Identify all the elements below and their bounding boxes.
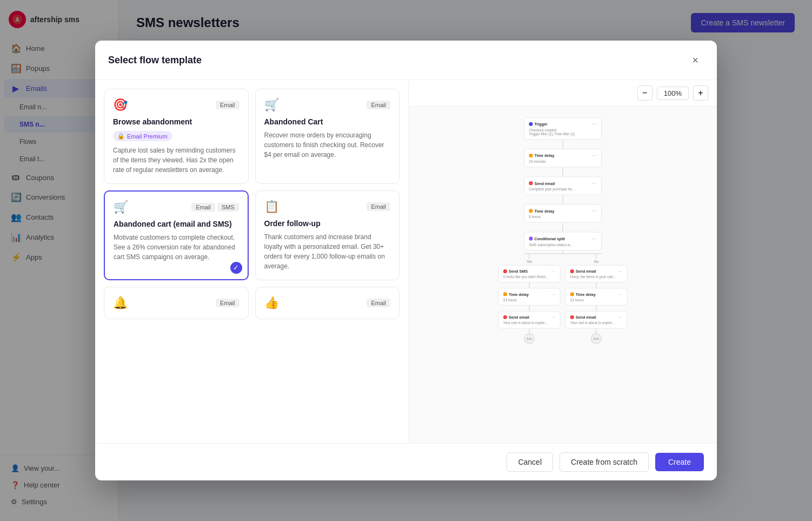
delay-yes-dot	[503, 292, 507, 296]
flow-node-send-sms: Send SMS ··· It looks like you didn't fi…	[498, 265, 560, 282]
card-header: 🎯 Email	[113, 98, 239, 112]
split-menu: ···	[592, 235, 596, 242]
flow-node-delay1: Time delay ··· 20 minutes	[524, 149, 602, 167]
card-desc-abandoned-cart: Recover more orders by encouraging custo…	[264, 130, 391, 160]
no-branch: No Send email ···	[565, 253, 627, 344]
email-no-menu: ···	[618, 268, 622, 274]
modal: Select flow template × 🎯 Email Browse ab…	[95, 41, 717, 480]
modal-body: 🎯 Email Browse abandonment 🔒 Email Premi…	[95, 80, 717, 443]
no-label: No	[594, 260, 598, 263]
card-title-order-followup: Order follow-up	[264, 219, 391, 228]
yes-conn1	[529, 282, 529, 288]
modal-header: Select flow template ×	[95, 41, 717, 80]
delay2-dot	[529, 209, 533, 213]
trigger-dot	[529, 122, 533, 126]
card-header: 🛒 Email SMS	[114, 200, 239, 214]
card-tags: Email	[216, 299, 239, 307]
yes-label: Yes	[527, 260, 533, 263]
no-end-circle: Exit	[591, 333, 602, 344]
yes-end-circle: Exit	[524, 333, 535, 344]
tag-email: Email	[367, 202, 390, 211]
modal-title: Select flow template	[108, 55, 202, 66]
tag-email: Email	[367, 101, 390, 109]
split-title: Conditional split	[534, 236, 564, 241]
template-card-abandoned-cart-sms[interactable]: 🛒 Email SMS Abandoned cart (email and SM…	[104, 190, 249, 280]
yes-exit-label: Exit	[527, 337, 532, 340]
delay-no-menu: ···	[618, 292, 622, 297]
premium-badge: 🔒 Email Premium	[113, 131, 172, 141]
create-from-scratch-button[interactable]: Create from scratch	[560, 452, 649, 472]
modal-footer: Cancel Create from scratch Create	[95, 443, 717, 480]
send-email1-title: Send email	[534, 181, 555, 186]
tag-email: Email	[216, 101, 239, 109]
email2-no-subtitle: Your cart is about to expire...	[570, 321, 622, 325]
delay1-title: Time delay	[534, 154, 554, 158]
email-no-title: Send email	[576, 269, 596, 273]
split-branch-container: Yes Send SMS ···	[465, 253, 660, 344]
create-button[interactable]: Create	[655, 453, 704, 471]
card-tags: Email	[367, 101, 390, 109]
template-card-6[interactable]: 👍 Email	[255, 287, 400, 319]
sms-title: Send SMS	[509, 269, 528, 273]
connector-2	[562, 167, 563, 176]
modal-close-button[interactable]: ×	[687, 51, 704, 69]
email-yes-subtitle: Your cart is about to expire...	[503, 321, 555, 325]
delay1-subtitle: 20 minutes	[529, 160, 596, 163]
template-card-order-followup[interactable]: 📋 Email Order follow-up Thank customers …	[255, 190, 400, 280]
order-followup-icon: 📋	[264, 200, 279, 214]
card-title-abandoned-cart: Abandoned Cart	[264, 117, 391, 126]
connector-4	[562, 222, 563, 232]
tag-email: Email	[216, 299, 239, 307]
delay-yes-subtitle: 23 hours	[503, 298, 555, 302]
flow-node-trigger: Trigger ··· Checkout created Trigger fil…	[524, 117, 602, 140]
card-desc-abandoned-cart-sms: Motivate customers to complete checkout.…	[114, 233, 239, 262]
card6-icon: 👍	[264, 296, 279, 310]
template-card-abandoned-cart[interactable]: 🛒 Email Abandoned Cart Recover more orde…	[255, 89, 400, 184]
card-header: 📋 Email	[264, 200, 391, 214]
sms-dot	[503, 269, 507, 273]
template-card-browse-abandonment[interactable]: 🎯 Email Browse abandonment 🔒 Email Premi…	[104, 89, 249, 184]
email2-no-menu: ···	[618, 314, 622, 320]
trigger-extra: Trigger filter (1), Flow filter (1)	[529, 132, 596, 136]
flow-node-split: Conditional split ··· SMS subscription s…	[524, 232, 602, 250]
sms-subtitle: It looks like you didn't finish...	[503, 275, 555, 279]
no-conn1	[596, 282, 596, 288]
yes-branch: Yes Send SMS ···	[498, 253, 560, 344]
template-card-5[interactable]: 🔔 Email	[104, 287, 249, 319]
browse-abandonment-icon: 🎯	[113, 98, 128, 112]
flow-node-delay-yes: Time delay ··· 23 hours	[498, 288, 560, 305]
send-email1-dot	[529, 181, 533, 185]
no-conn2	[596, 306, 596, 311]
template-list: 🎯 Email Browse abandonment 🔒 Email Premi…	[95, 80, 409, 443]
card-title-abandoned-cart-sms: Abandoned cart (email and SMS)	[114, 220, 239, 228]
connector-1	[562, 140, 563, 149]
email-yes-menu: ···	[551, 314, 555, 320]
card-desc-browse-abandonment: Capture lost sales by reminding customer…	[113, 146, 239, 175]
delay-no-title: Time delay	[576, 292, 596, 296]
branch-h-line	[524, 253, 602, 254]
card-desc-order-followup: Thank customers and increase brand loyal…	[264, 232, 391, 271]
abandoned-cart-sms-icon: 🛒	[114, 200, 128, 214]
card-title-browse-abandonment: Browse abandonment	[113, 117, 239, 126]
delay2-subtitle: 8 hours	[529, 215, 596, 219]
trigger-menu: ···	[592, 121, 596, 127]
tag-sms: SMS	[217, 203, 239, 212]
delay2-title: Time delay	[534, 209, 554, 213]
flow-node-email-no: Send email ··· Hurry, the items in your …	[565, 265, 627, 282]
trigger-subtitle: Checkout created	[529, 128, 596, 132]
branch-columns: Yes Send SMS ···	[465, 253, 660, 344]
card5-icon: 🔔	[113, 296, 128, 310]
zoom-in-button[interactable]: +	[693, 85, 708, 101]
zoom-out-button[interactable]: −	[637, 85, 653, 101]
delay2-menu: ···	[592, 208, 596, 214]
modal-overlay: Select flow template × 🎯 Email Browse ab…	[0, 0, 812, 521]
preview-canvas: Trigger ··· Checkout created Trigger fil…	[409, 107, 717, 443]
flow-node-send-email1: Send email ··· Complete your purchase he…	[524, 176, 602, 195]
zoom-value: 100%	[657, 87, 689, 100]
cancel-button[interactable]: Cancel	[507, 452, 553, 472]
send-email1-subtitle: Complete your purchase he...	[529, 188, 596, 192]
template-preview: − 100% + Trigger ···	[409, 80, 717, 443]
tag-email: Email	[367, 299, 390, 307]
yes-conn3	[529, 328, 529, 333]
trigger-title: Trigger	[534, 122, 547, 126]
